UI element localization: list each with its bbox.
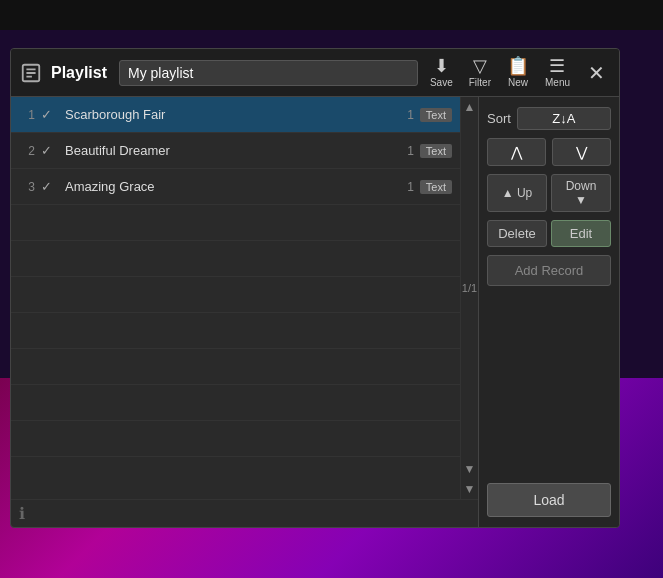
load-button[interactable]: Load	[487, 483, 611, 517]
move-up-button[interactable]: ▲ Up	[487, 174, 547, 212]
scroll-bottom-arrow[interactable]: ▼	[464, 483, 476, 495]
sort-label: Sort	[487, 111, 511, 126]
close-button[interactable]: ✕	[582, 61, 611, 85]
row-num-2: 2	[19, 144, 35, 158]
playlist-row-empty-2[interactable]	[11, 241, 460, 277]
row-badge-type-2: Text	[420, 144, 452, 158]
playlist-row-2[interactable]: 2 ✓ Beautiful Dreamer 1 Text	[11, 133, 460, 169]
row-check-2: ✓	[41, 143, 57, 158]
row-badge-type-3: Text	[420, 180, 452, 194]
playlist-row-empty-7[interactable]	[11, 421, 460, 457]
playlist-row-1[interactable]: 1 ✓ Scarborough Fair 1 Text	[11, 97, 460, 133]
new-icon: 📋	[507, 57, 529, 75]
row-badge-num-2: 1	[407, 144, 414, 158]
row-num-1: 1	[19, 108, 35, 122]
list-area: 1 ✓ Scarborough Fair 1 Text 2 ✓ Beautifu…	[11, 97, 479, 527]
action-row: Delete Edit	[487, 220, 611, 247]
list-scroll-strip: ▲ 1/1 ▼ ▼	[460, 97, 478, 499]
add-record-button[interactable]: Add Record	[487, 255, 611, 286]
playlist-row-empty-5[interactable]	[11, 349, 460, 385]
list-content: 1 ✓ Scarborough Fair 1 Text 2 ✓ Beautifu…	[11, 97, 460, 499]
row-title-1: Scarborough Fair	[65, 107, 407, 122]
info-icon[interactable]: ℹ	[19, 505, 25, 522]
menu-icon: ☰	[549, 57, 565, 75]
playlist-icon	[19, 61, 43, 85]
playlist-panel: Playlist ⬇ Save ▽ Filter 📋 New ☰ Menu ✕	[10, 48, 620, 528]
playlist-row-empty-1[interactable]	[11, 205, 460, 241]
menu-label: Menu	[545, 77, 570, 88]
row-check-3: ✓	[41, 179, 57, 194]
nav-up-button[interactable]: ⋀	[487, 138, 546, 166]
menu-button[interactable]: ☰ Menu	[541, 55, 574, 90]
playlist-row-empty-3[interactable]	[11, 277, 460, 313]
row-badge-type-1: Text	[420, 108, 452, 122]
panel-body: 1 ✓ Scarborough Fair 1 Text 2 ✓ Beautifu…	[11, 97, 619, 527]
info-area: ℹ	[11, 499, 478, 527]
nav-row: ⋀ ⋁	[487, 138, 611, 166]
panel-title: Playlist	[51, 64, 107, 82]
row-title-2: Beautiful Dreamer	[65, 143, 407, 158]
filter-label: Filter	[469, 77, 491, 88]
nav-down-button[interactable]: ⋁	[552, 138, 611, 166]
save-icon: ⬇	[434, 57, 449, 75]
sort-button[interactable]: Z↓A	[517, 107, 611, 130]
filter-icon: ▽	[473, 57, 487, 75]
save-label: Save	[430, 77, 453, 88]
controls-area: Sort Z↓A ⋀ ⋁ ▲ Up Down ▼ Delete Edit Add…	[479, 97, 619, 527]
new-label: New	[508, 77, 528, 88]
list-main-row: 1 ✓ Scarborough Fair 1 Text 2 ✓ Beautifu…	[11, 97, 478, 499]
filter-button[interactable]: ▽ Filter	[465, 55, 495, 90]
playlist-name-input[interactable]	[119, 60, 418, 86]
scroll-down-arrow[interactable]: ▼	[464, 463, 476, 475]
row-badge-num-1: 1	[407, 108, 414, 122]
page-indicator: 1/1	[462, 278, 477, 298]
row-num-3: 3	[19, 180, 35, 194]
new-button[interactable]: 📋 New	[503, 55, 533, 90]
scroll-up-arrow[interactable]: ▲	[464, 101, 476, 113]
row-title-3: Amazing Grace	[65, 179, 407, 194]
playlist-row-3[interactable]: 3 ✓ Amazing Grace 1 Text	[11, 169, 460, 205]
edit-button[interactable]: Edit	[551, 220, 611, 247]
playlist-row-empty-6[interactable]	[11, 385, 460, 421]
move-row: ▲ Up Down ▼	[487, 174, 611, 212]
delete-button[interactable]: Delete	[487, 220, 547, 247]
playlist-row-empty-4[interactable]	[11, 313, 460, 349]
row-check-1: ✓	[41, 107, 57, 122]
sort-row: Sort Z↓A	[487, 107, 611, 130]
row-badge-num-3: 1	[407, 180, 414, 194]
panel-header: Playlist ⬇ Save ▽ Filter 📋 New ☰ Menu ✕	[11, 49, 619, 97]
save-button[interactable]: ⬇ Save	[426, 55, 457, 90]
move-down-button[interactable]: Down ▼	[551, 174, 611, 212]
